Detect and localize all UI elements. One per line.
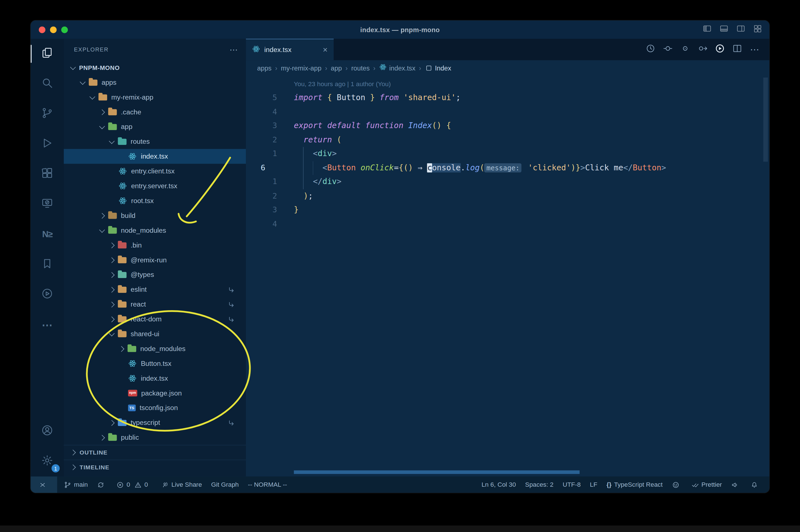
activity-nx-console-button[interactable]: N≥ [31,219,64,249]
sidebar-more-actions-icon[interactable]: ⋯ [230,45,238,55]
close-icon[interactable]: × [323,45,327,54]
tree-item-node-modules[interactable]: node_modules [64,341,246,356]
tree-item-root.tsx[interactable]: root.tsx [64,193,246,208]
breadcrumb-label: my-remix-app [281,64,321,72]
breadcrumb-apps[interactable]: apps [257,64,271,72]
status-remote[interactable] [31,477,57,493]
tree-item-@types[interactable]: @types [64,267,246,282]
activity-source-control-button[interactable] [31,99,64,129]
activity-extensions-button[interactable] [31,159,64,189]
chevron-right-icon [70,450,76,456]
tree-item-tsconfig.json[interactable]: TStsconfig.json [64,401,246,415]
tree-item-eslint[interactable]: eslint [64,282,246,297]
tree-item-entry.client.tsx[interactable]: entry.client.tsx [64,164,246,178]
status-sync[interactable] [92,477,112,493]
code-line-8[interactable]: 2 ); [246,189,769,203]
horizontal-scrollbar[interactable] [294,471,579,474]
tab-index-tsx[interactable]: index.tsx× [246,39,334,60]
code-line-3[interactable]: 3export default function Index() { [246,119,769,133]
activity-run-button[interactable] [31,280,64,310]
activity-settings-button[interactable]: 1 [31,446,64,477]
title-bar[interactable]: index.tsx — pnpm-mono [31,20,769,39]
status-vim-mode[interactable]: -- NORMAL -- [243,477,292,493]
status-prettier[interactable]: Prettier [687,477,727,493]
activity-bookmarks-button[interactable] [31,249,64,280]
code-line-5[interactable]: 1 <div> [246,147,769,161]
tree-item-app[interactable]: app [64,119,246,134]
tree-item-package.json[interactable]: npmpackage.json [64,386,246,401]
code-line-4[interactable]: 2 return ( [246,133,769,147]
tree-item-index.tsx[interactable]: index.tsx [64,149,246,164]
zoom-window-button[interactable] [61,26,68,33]
split-editor-button[interactable] [729,39,746,60]
section-outline[interactable]: OUTLINE [64,445,246,460]
tree-item-.cache[interactable]: .cache [64,104,246,119]
status-eol[interactable]: LF [585,477,602,493]
open-revision-button[interactable] [677,39,694,60]
activity-explorer-button[interactable] [31,39,64,69]
status-indentation[interactable]: Spaces: 2 [520,477,558,493]
tree-item-entry.server.tsx[interactable]: entry.server.tsx [64,178,246,193]
code-editor[interactable]: You, 23 hours ago | 1 author (You) 5impo… [246,76,769,477]
activity-search-button[interactable] [31,69,64,99]
customize-layout-icon[interactable] [753,24,762,35]
status-git-graph[interactable]: Git Graph [206,477,243,493]
tree-item-build[interactable]: build [64,208,246,223]
tree-item-my-remix-app[interactable]: my-remix-app [64,90,246,104]
breadcrumb-app[interactable]: app [331,64,342,72]
tree-item-react[interactable]: react [64,297,246,312]
code-line-6[interactable]: 6 <Button onClick={() ⇒ console.log(mess… [246,161,769,175]
code-line-2[interactable]: 4 [246,105,769,119]
breadcrumb-routes[interactable]: routes [351,64,370,72]
tree-item-pnpm-mono[interactable]: PNPM-MONO [64,60,246,75]
activity-accounts-button[interactable] [31,416,64,446]
status-cursor-position[interactable]: Ln 6, Col 30 [477,477,520,493]
status-language-mode[interactable]: {}TypeScript React [602,477,667,493]
code-line-9[interactable]: 3} [246,203,769,217]
tree-item-shared-ui[interactable]: shared-ui [64,326,246,341]
tree-item-button.tsx[interactable]: Button.tsx [64,356,246,371]
compare-button[interactable] [694,39,711,60]
history-button[interactable] [642,39,659,60]
tree-item-public[interactable]: public [64,430,246,445]
tree-item-typescript[interactable]: typescript [64,415,246,430]
remote-explorer-icon [41,197,54,212]
status-notifications[interactable] [746,477,765,493]
vertical-scrollbar[interactable] [763,77,768,162]
code-line-1[interactable]: 5import { Button } from 'shared-ui'; [246,91,769,105]
activity-remote-explorer-button[interactable] [31,189,64,220]
status-extension-face[interactable] [667,477,686,493]
code-line-7[interactable]: 1 </div> [246,175,769,189]
line-number: 2 [246,189,277,203]
breadcrumb-index-tsx[interactable]: index.tsx [379,63,415,73]
code-line-10[interactable]: 4 [246,217,769,231]
tree-item-label: build [121,212,135,219]
tree-item-react-dom[interactable]: react-dom [64,311,246,326]
more-actions-button[interactable]: ⋯ [746,39,763,60]
toggle-panel-icon[interactable] [720,24,729,35]
tree-item-apps[interactable]: apps [64,75,246,90]
section-timeline[interactable]: TIMELINE [64,459,246,474]
tree-item-@remix-run[interactable]: @remix-run [64,252,246,267]
status-live-share[interactable]: Live Share [157,477,206,493]
run-code-button[interactable] [711,39,729,60]
activity-run-and-debug-button[interactable] [31,129,64,159]
status-problems[interactable]: 00 [112,477,157,493]
status-encoding[interactable]: UTF-8 [558,477,585,493]
status-feedback[interactable] [726,477,746,493]
dock-strip [0,526,800,532]
tree-item-routes[interactable]: routes [64,134,246,149]
open-changes-button[interactable] [659,39,677,60]
status-branch[interactable]: main [59,477,93,493]
close-window-button[interactable] [39,26,45,33]
tree-item-node-modules[interactable]: node_modules [64,223,246,238]
toggle-secondary-sidebar-icon[interactable] [736,24,745,35]
activity-more-views-button[interactable]: ⋯ [31,310,64,340]
toggle-sidebar-icon[interactable] [703,24,712,35]
tree-item-index.tsx[interactable]: index.tsx [64,371,246,386]
breadcrumb-my-remix-app[interactable]: my-remix-app [281,64,321,72]
tree-item-.bin[interactable]: .bin [64,238,246,252]
minimize-window-button[interactable] [50,26,57,33]
accounts-icon [41,424,54,439]
breadcrumb-Index[interactable]: Index [425,64,452,72]
